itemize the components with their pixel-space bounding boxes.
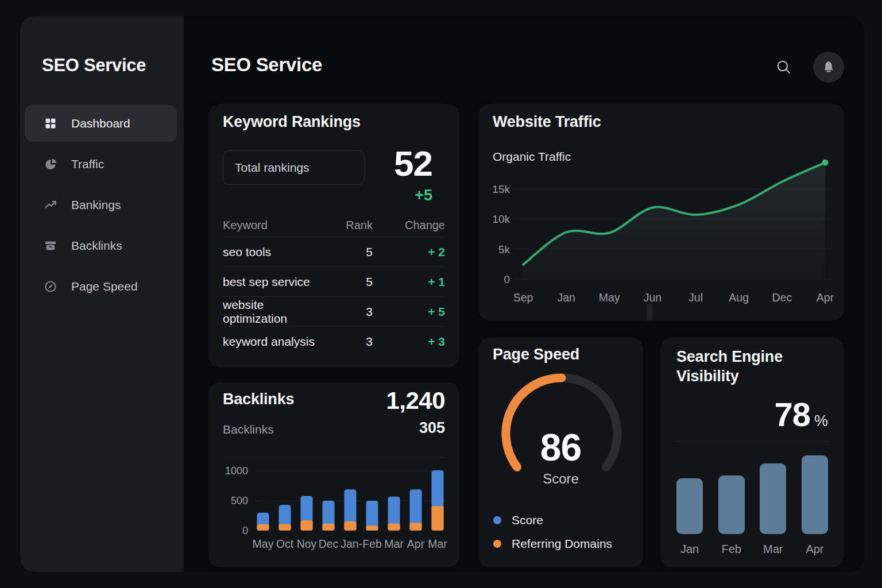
visibility-bar-mar xyxy=(760,463,786,534)
visibility-bar-apr xyxy=(802,455,828,534)
page-speed-card: Page Speed 86 Score Score Referring Doma… xyxy=(478,338,643,567)
visibility-value-wrap: 78 % xyxy=(774,395,828,434)
x-axis-tick: Jun xyxy=(644,291,662,304)
cell-change: + 1 xyxy=(376,275,445,289)
column-header-keyword: Keyword xyxy=(223,219,324,232)
legend-item-referring-domains: Referring Domains xyxy=(493,536,612,551)
keyword-rankings-card: Keyword Rankings Total rankings 52 +5 Ke… xyxy=(208,104,459,368)
cell-rank: 3 xyxy=(324,305,376,319)
x-axis-tick: Mar xyxy=(384,537,404,550)
cell-change: + 3 xyxy=(376,335,445,349)
search-button[interactable] xyxy=(770,53,798,81)
visibility-value: 78 xyxy=(774,395,810,434)
total-rankings-label: Total rankings xyxy=(235,161,310,175)
x-axis-tick: Mar xyxy=(760,543,786,556)
sidebar-item-label: Dashboard xyxy=(71,117,130,130)
bell-icon xyxy=(821,60,836,75)
total-rankings-change: +5 xyxy=(415,187,432,204)
visibility-bar-jan xyxy=(676,478,703,534)
rankings-table: Keyword Rank Change seo tools5+ 2best se… xyxy=(223,214,445,357)
seo-dashboard: SEO Service DashboardTrafficBankingsBack… xyxy=(0,0,882,588)
x-axis-tick: Oct xyxy=(276,537,294,550)
table-header-row: Keyword Rank Change xyxy=(223,214,445,237)
y-axis-tick: 0 xyxy=(504,273,510,285)
page-title: SEO Service xyxy=(211,54,322,76)
table-body: seo tools5+ 2best sep service5+ 1website… xyxy=(223,237,445,357)
legend-item-score: Score xyxy=(493,513,543,528)
column-header-rank: Rank xyxy=(324,219,376,232)
legend-label: Score xyxy=(512,513,543,527)
total-rankings-value: 52 xyxy=(394,143,432,184)
bar-segment-orange xyxy=(366,525,378,531)
bar-segment-orange xyxy=(345,521,357,531)
sidebar-item-bankings[interactable]: Bankings xyxy=(25,187,177,223)
y-axis-tick: 5k xyxy=(498,243,510,256)
organic-traffic-line-chart: 15k10k5k0SepJanMayJunJulAugDecApr xyxy=(478,104,844,320)
backlinks-card: Backlinks 1,240 Backlinks 305 10005000Ma… xyxy=(208,382,459,567)
sidebar-item-label: Page Speed xyxy=(71,280,138,293)
bar-segment-orange xyxy=(279,524,291,531)
website-traffic-card: Website Traffic Organic Traffic 15k10k5k… xyxy=(478,104,844,320)
card-title: Search Engine Visibility xyxy=(676,347,797,386)
y-axis-tick: 0 xyxy=(242,525,248,536)
visibility-bar-labels: JanFebMarApr xyxy=(676,543,828,556)
cell-rank: 5 xyxy=(324,245,376,259)
legend-dot-blue xyxy=(493,516,501,524)
sidebar-item-page-speed[interactable]: Page Speed xyxy=(25,268,177,305)
table-row: website optimization3+ 5 xyxy=(223,297,445,327)
total-rankings-box: Total rankings xyxy=(223,150,365,185)
x-axis-tick: Aug xyxy=(729,291,749,304)
y-axis-tick: 10k xyxy=(492,213,510,225)
bar-segment-orange xyxy=(323,524,335,531)
gauge-score-label: Score xyxy=(478,471,643,487)
search-icon xyxy=(776,59,792,75)
cell-change: + 5 xyxy=(376,305,445,319)
sidebar-item-label: Backlinks xyxy=(71,239,122,253)
main-area: SEO Service Keyword Rankings Total ranki… xyxy=(184,16,864,572)
x-axis-tick: Apr xyxy=(802,543,828,556)
backlinks-stacked-bar-chart: 10005000MayOctNoyDecJan-FebMarAprMar xyxy=(208,382,459,567)
notifications-button[interactable] xyxy=(813,52,844,83)
cell-rank: 3 xyxy=(324,335,376,349)
scroll-notch xyxy=(647,303,652,320)
sidebar-nav: DashboardTrafficBankingsBacklinksPage Sp… xyxy=(25,105,177,305)
x-axis-tick: Mar xyxy=(428,537,447,550)
cell-keyword: website optimization xyxy=(223,298,324,326)
table-row: keyword analysis3+ 3 xyxy=(223,327,445,357)
grid-icon xyxy=(44,117,57,130)
y-axis-tick: 1000 xyxy=(225,465,248,477)
divider xyxy=(675,441,830,442)
table-row: best sep service5+ 1 xyxy=(223,267,445,297)
x-axis-tick: Noy xyxy=(297,537,317,550)
sidebar-item-backlinks[interactable]: Backlinks xyxy=(25,227,177,264)
x-axis-tick: Dec xyxy=(319,537,339,550)
bar-segment-orange xyxy=(388,524,400,531)
x-axis-tick: Feb xyxy=(718,543,745,556)
x-axis-tick: May xyxy=(599,291,620,304)
sidebar-item-dashboard[interactable]: Dashboard xyxy=(25,105,177,142)
bar-segment-orange xyxy=(301,520,313,531)
legend-dot-orange xyxy=(493,540,501,548)
y-axis-tick: 15k xyxy=(492,183,510,195)
line-end-dot xyxy=(822,160,829,166)
compass-icon xyxy=(44,280,57,293)
sidebar-app-title: SEO Service xyxy=(42,55,146,76)
cell-keyword: keyword analysis xyxy=(223,335,324,349)
search-engine-visibility-card: Search Engine Visibility 78 % JanFebMarA… xyxy=(660,338,844,567)
y-axis-tick: 500 xyxy=(231,495,248,506)
x-axis-tick: Jan-Feb xyxy=(341,537,382,550)
bar-segment-orange xyxy=(257,524,269,531)
x-axis-tick: Jan xyxy=(557,291,575,304)
sidebar-item-traffic[interactable]: Traffic xyxy=(25,146,177,183)
cell-rank: 5 xyxy=(324,275,376,289)
table-row: seo tools5+ 2 xyxy=(223,237,445,267)
app-window: SEO Service DashboardTrafficBankingsBack… xyxy=(20,16,864,572)
card-title: Keyword Rankings xyxy=(223,113,361,131)
cell-keyword: seo tools xyxy=(223,245,324,259)
bar-segment-orange xyxy=(432,506,444,531)
sidebar: SEO Service DashboardTrafficBankingsBack… xyxy=(20,16,184,572)
x-axis-tick: Jul xyxy=(688,291,703,304)
gauge-score-value: 86 xyxy=(478,425,643,469)
cell-change: + 2 xyxy=(376,245,445,259)
sidebar-item-label: Bankings xyxy=(71,198,121,212)
